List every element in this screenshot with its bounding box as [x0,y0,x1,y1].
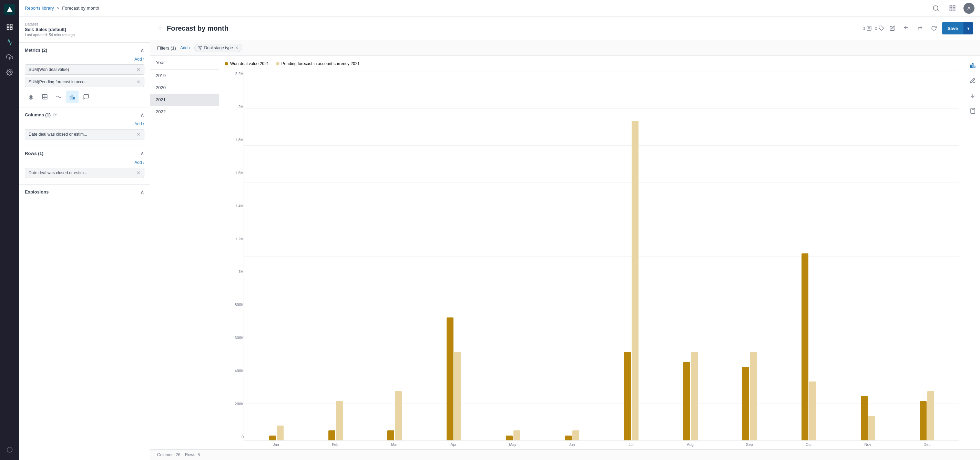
undo-button[interactable] [901,23,912,34]
notes-count[interactable]: 0 [862,25,872,31]
row-remove-0[interactable]: ✕ [137,170,141,176]
refresh-button[interactable] [928,23,939,34]
bar-won [802,254,808,440]
bar-group[interactable] [601,71,661,440]
chart-main: Won deal value 2021 Pending forecast in … [219,56,965,449]
breadcrumb-current: Forecast by month [62,5,99,11]
svg-rect-3 [7,27,9,30]
columns-add-btn[interactable]: Add › [25,122,145,126]
dataset-info: Dataset Sell: Sales [default] Last updat… [19,16,150,43]
explosions-collapse[interactable]: ∧ [140,189,145,195]
bar-pending [691,352,698,440]
bar-won [683,362,690,440]
nav-home[interactable] [3,21,16,33]
bar-group[interactable] [661,71,720,440]
right-pencil-icon[interactable] [967,75,978,86]
svg-rect-18 [72,95,73,99]
left-navigation [0,0,19,460]
svg-rect-9 [950,5,952,8]
metric-remove-1[interactable]: ✕ [137,79,141,85]
viz-icons: ◉ [25,90,145,103]
bar-group[interactable] [838,71,898,440]
bar-won [861,396,868,440]
columns-collapse[interactable]: ∧ [140,111,145,118]
metrics-collapse[interactable]: ∧ [140,47,145,53]
y-axis-label: 1.6M [235,171,243,175]
explosions-title: Explosions [25,189,49,195]
star-button[interactable]: ☆ [157,24,163,32]
viz-chat[interactable] [80,90,92,103]
bar-group[interactable] [306,71,365,440]
y-axis-label: 800K [235,303,243,307]
columns-sync-icon[interactable]: ⟳ [53,112,57,118]
breadcrumb: Reports library > Forecast by month [25,5,99,11]
tags-count[interactable]: 0 [875,25,884,31]
bar-won [447,317,453,440]
right-bar-chart-icon[interactable] [967,60,978,71]
bar-pending [750,352,757,440]
report-header: ☆ Forecast by month 0 0 [150,16,980,40]
save-dropdown-button[interactable]: ▾ [964,22,973,35]
year-header: Year [150,56,219,70]
y-axis-label: 1M [239,270,243,274]
grid-button[interactable] [947,3,958,14]
bar-won [742,367,749,440]
edit-button[interactable] [887,23,898,34]
x-axis-label: Jul [601,443,661,447]
bar-group[interactable] [542,71,601,440]
year-2021[interactable]: 2021 [150,94,219,106]
bar-won [565,436,572,440]
bar-pending [927,391,934,440]
content-area: Dataset Sell: Sales [default] Last updat… [19,16,980,460]
nav-reports[interactable] [3,36,16,48]
bars-area: JanFebMarAprMayJunJulAugSepOctNovDec [243,71,959,449]
columns-title: Columns (1) [25,112,51,117]
y-axis-label: 1.4M [235,204,243,208]
svg-rect-27 [974,66,975,68]
filter-chip-0[interactable]: Deal stage type ✕ [194,44,242,52]
footer-columns: Columns: 26 [157,452,180,457]
bar-group[interactable] [424,71,484,440]
rows-collapse[interactable]: ∧ [140,150,145,157]
viz-bar[interactable] [66,90,79,103]
footer-rows: Rows: 5 [185,452,200,457]
bar-group[interactable] [247,71,306,440]
svg-line-8 [937,9,939,11]
bar-pending [572,430,579,440]
filters-add-btn[interactable]: Add › [180,46,190,50]
top-bar-right: A [931,3,975,14]
save-button[interactable]: Save [942,22,964,35]
bar-group[interactable] [779,71,838,440]
viz-wave[interactable] [52,90,65,103]
search-button[interactable] [931,3,942,14]
column-remove-0[interactable]: ✕ [137,132,141,137]
right-calculator-icon[interactable] [967,105,978,116]
sidebar-panel: Dataset Sell: Sales [default] Last updat… [19,16,150,460]
columns-section: Columns (1) ⟳ ∧ Add › Date deal was clos… [19,108,150,146]
redo-button[interactable] [915,23,926,34]
breadcrumb-link[interactable]: Reports library [25,5,54,11]
nav-upload[interactable] [3,51,16,63]
bar-group[interactable] [365,71,424,440]
metric-item-1: SUM(Pending forecast in acco... ✕ [25,77,145,87]
viz-drop[interactable]: ◉ [25,90,37,103]
nav-settings[interactable] [3,66,16,78]
year-2022[interactable]: 2022 [150,106,219,118]
user-avatar[interactable]: A [964,3,975,14]
rows-add-btn[interactable]: Add › [25,160,145,165]
bar-group[interactable] [484,71,543,440]
metrics-add-btn[interactable]: Add › [25,57,145,62]
nav-zendesk[interactable] [3,444,16,456]
x-axis-label: Nov [838,443,898,447]
chart-container: Year 2019 2020 2021 2022 Won deal value … [150,56,980,449]
header-actions: 0 0 [862,22,973,35]
bar-group[interactable] [897,71,956,440]
bar-group[interactable] [720,71,779,440]
y-axis-label: 2.2M [235,71,243,76]
filter-remove-0[interactable]: ✕ [235,46,239,50]
metric-remove-0[interactable]: ✕ [137,67,141,72]
year-2020[interactable]: 2020 [150,82,219,94]
viz-table[interactable] [38,90,51,103]
right-sort-icon[interactable] [967,90,978,101]
year-2019[interactable]: 2019 [150,70,219,82]
